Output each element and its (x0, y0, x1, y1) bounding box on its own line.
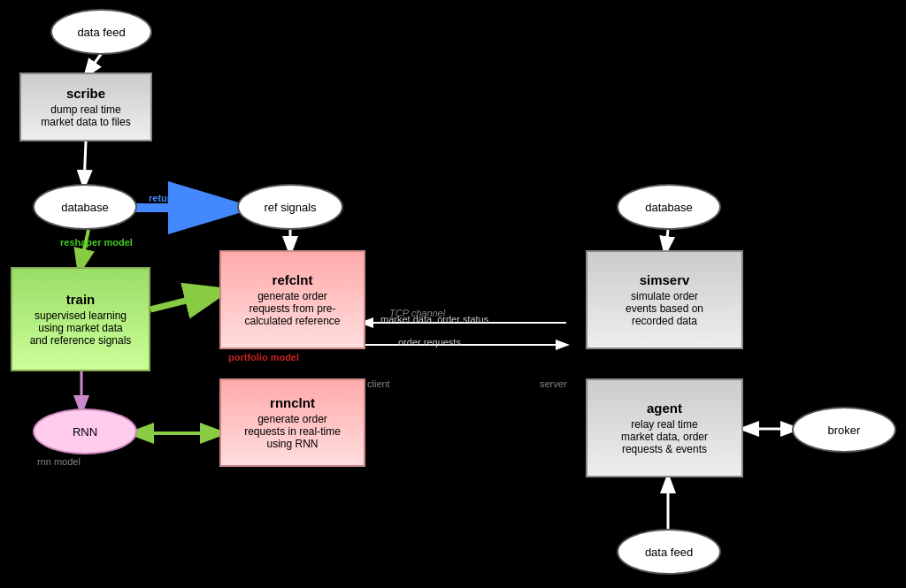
svg-line-12 (150, 292, 221, 309)
svg-line-3 (80, 230, 88, 270)
server-label: server (540, 378, 567, 389)
train-title: train (66, 292, 96, 307)
agent-box: agent relay real timemarket data, orderr… (586, 378, 743, 477)
data-feed-bottom-label: data feed (645, 546, 693, 559)
rnn-model-label: rnn model (37, 456, 81, 467)
agent-desc: relay real timemarket data, orderrequest… (621, 418, 708, 455)
database-right-node: database (617, 184, 721, 230)
database-right-label: database (645, 201, 693, 214)
broker-label: broker (828, 424, 861, 437)
database-left-node: database (33, 184, 137, 230)
rnn-node: RNN (33, 409, 137, 454)
data-feed-bottom-node: data feed (617, 529, 721, 575)
data-feed-top-node: data feed (50, 9, 152, 55)
data-feed-top-label: data feed (77, 26, 125, 39)
train-desc: supervised learningusing market dataand … (30, 309, 132, 347)
refclnt-box: refclnt generate orderrequests from pre-… (219, 250, 365, 349)
simserv-box: simserv simulate orderevents based onrec… (586, 250, 743, 349)
rnn-label: RNN (73, 425, 97, 439)
market-data-label: market data, order status (380, 314, 488, 325)
svg-line-1 (84, 141, 86, 186)
svg-line-7 (665, 230, 668, 252)
ref-signals-label: ref signals (264, 201, 316, 214)
scribe-desc: dump real timemarket data to files (41, 103, 130, 128)
agent-title: agent (647, 401, 682, 416)
rnnclnt-title: rnnclnt (270, 395, 315, 410)
reshaper-model-label: reshaper model (60, 237, 133, 248)
scribe-title: scribe (66, 86, 105, 101)
database-left-label: database (61, 201, 109, 214)
portfolio-model-label: portfolio model (228, 352, 299, 363)
ref-signals-node: ref signals (237, 184, 343, 230)
diagram: data feed scribe dump real timemarket da… (0, 0, 906, 588)
refclnt-desc: generate orderrequests from pre-calculat… (244, 290, 340, 327)
scribe-box: scribe dump real timemarket data to file… (19, 73, 152, 141)
return-model-label: return model (149, 193, 208, 203)
order-requests-label: order requests (398, 337, 461, 347)
rnnclnt-box: rnnclnt generate orderrequests in real-t… (219, 378, 365, 467)
refclnt-title: refclnt (273, 272, 313, 287)
simserv-title: simserv (640, 272, 690, 287)
rnnclnt-desc: generate orderrequests in real-timeusing… (244, 413, 341, 450)
client-label: client (367, 378, 390, 389)
simserv-desc: simulate orderevents based onrecorded da… (626, 290, 703, 327)
broker-node: broker (792, 407, 896, 453)
train-box: train supervised learningusing market da… (11, 267, 150, 371)
